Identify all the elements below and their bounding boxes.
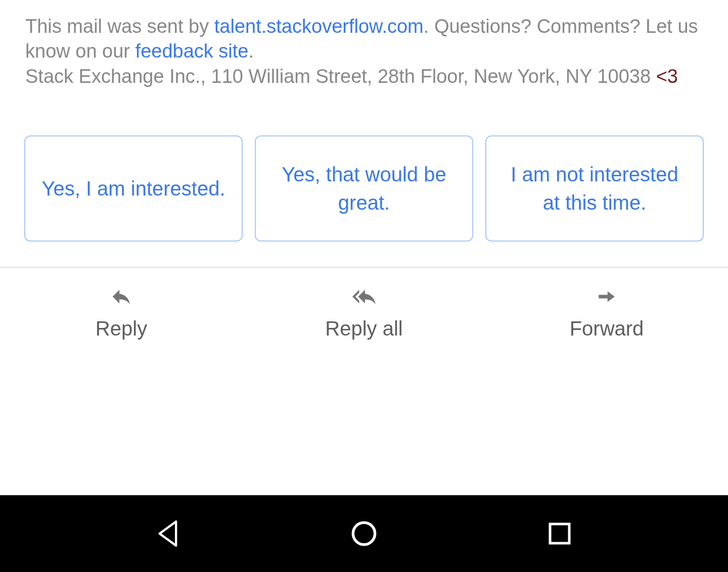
- smart-reply-label: Yes, I am interested.: [41, 174, 225, 203]
- heart-icon: <3: [656, 66, 678, 87]
- smart-reply-label: I am not interested at this time.: [502, 160, 688, 217]
- footer-text-part1: This mail was sent by: [25, 16, 214, 37]
- smart-reply-option-2[interactable]: Yes, that would be great.: [255, 135, 473, 242]
- reply-all-button[interactable]: Reply all: [243, 285, 485, 340]
- reply-label: Reply: [96, 317, 147, 340]
- smart-reply-row: Yes, I am interested. Yes, that would be…: [0, 135, 728, 242]
- reply-all-label: Reply all: [325, 317, 402, 340]
- smart-reply-option-3[interactable]: I am not interested at this time.: [485, 135, 704, 242]
- footer-text-part3: .: [249, 40, 254, 62]
- android-nav-bar: [0, 495, 728, 572]
- smart-reply-option-1[interactable]: Yes, I am interested.: [24, 135, 243, 242]
- reply-button[interactable]: Reply: [0, 285, 243, 340]
- svg-point-0: [353, 522, 375, 544]
- forward-label: Forward: [570, 317, 644, 340]
- home-button[interactable]: [349, 518, 379, 549]
- forward-button[interactable]: Forward: [485, 285, 728, 340]
- talent-link[interactable]: talent.stackoverflow.com: [214, 16, 424, 37]
- forward-icon: [594, 285, 619, 308]
- smart-reply-label: Yes, that would be great.: [271, 160, 457, 217]
- footer-line-1: This mail was sent by talent.stackoverfl…: [25, 14, 703, 64]
- footer-address: Stack Exchange Inc., 110 William Street,…: [25, 66, 656, 87]
- footer-address-line: Stack Exchange Inc., 110 William Street,…: [25, 64, 703, 89]
- back-button[interactable]: [153, 518, 184, 549]
- spacer: [0, 340, 728, 495]
- reply-icon: [107, 285, 135, 308]
- recents-button[interactable]: [544, 518, 575, 549]
- feedback-link[interactable]: feedback site: [135, 40, 249, 62]
- reply-all-icon: [344, 285, 384, 308]
- svg-rect-1: [550, 524, 569, 543]
- email-actions-row: Reply Reply all Forward: [0, 268, 728, 340]
- email-footer-block: This mail was sent by talent.stackoverfl…: [0, 0, 728, 109]
